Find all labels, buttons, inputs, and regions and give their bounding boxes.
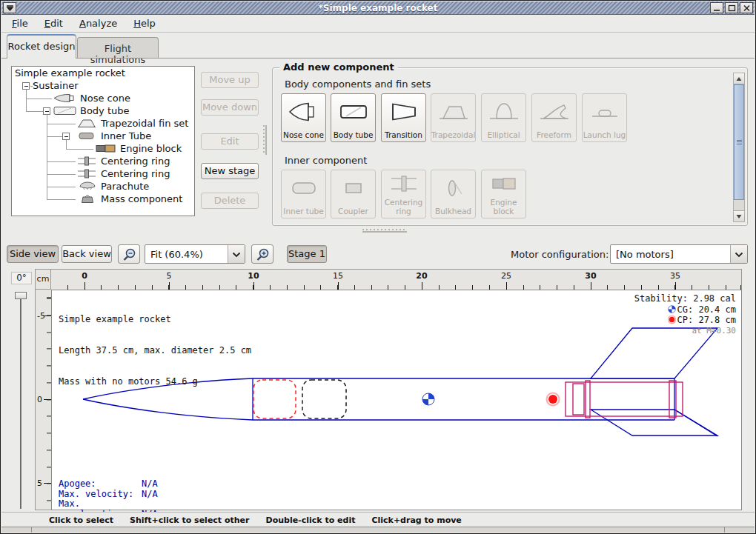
dropdown-arrow[interactable] [228,245,245,263]
zoom-in-button[interactable] [251,244,273,264]
back-view-button[interactable]: Back view [62,245,112,263]
window-title: *Simple example rocket [1,3,755,13]
body-tube-icon [53,106,77,118]
status-bar: Click to select Shift+click to select ot… [1,512,755,528]
apogee-value: N/A [142,478,158,489]
maximize-icon [727,4,737,13]
tree-row-nose-cone[interactable]: Nose cone [12,93,194,104]
centering-ring-icon [382,170,425,198]
rotation-slider-thumb[interactable] [15,292,27,299]
tree-label-nose-cone: Nose cone [80,93,130,104]
move-up-button[interactable]: Move up [201,72,259,88]
fin-bottom-outline[interactable] [591,410,717,436]
tree-label-sustainer: Sustainer [33,80,79,91]
zoom-level-select[interactable]: Fit (60.4%) [145,244,245,264]
rocket-info-text: Simple example rocket Length 37.5 cm, ma… [59,293,251,407]
add-trapezoidal-fin-button[interactable]: Trapezoidal [431,93,476,142]
tree-label-inner-tube: Inner Tube [101,130,151,141]
cp-value: CP: 27.8 cm [677,315,736,325]
mach-condition: at M=0.30 [634,326,736,337]
menu-file[interactable]: File [6,16,34,30]
menu-analyze[interactable]: Analyze [73,16,123,30]
minimize-button[interactable] [710,2,723,13]
tree-label-centering-ring: Centering ring [101,156,170,167]
collapse-expander-icon[interactable] [43,107,50,115]
dropdown-arrow[interactable] [730,245,747,263]
horizontal-splitter[interactable] [362,229,407,230]
cg-icon [668,305,676,313]
delete-button[interactable]: Delete [201,193,259,209]
component-tree[interactable]: Simple example rocket Sustainer Nose con… [11,66,195,216]
scrollbar-thumb[interactable] [734,84,744,200]
collapse-expander-icon[interactable] [22,82,30,90]
add-coupler-button[interactable]: Coupler [331,170,376,218]
centering-ring-icon [77,169,96,181]
stability-value: Stability: 2.98 cal [634,293,736,304]
tree-row-engine-block[interactable]: Engine block [12,143,194,155]
tree-row-trapezoidal-fin-set[interactable]: Trapezoidal fin set [12,118,194,130]
add-freeform-fin-button[interactable]: Freeform [531,93,577,142]
add-nose-cone-button[interactable]: Nose cone [281,93,326,142]
menu-bar: File Edit Analyze Help [1,15,755,33]
new-stage-button[interactable]: New stage [201,163,259,179]
window-resize-edge[interactable] [1,527,755,533]
maximize-button[interactable] [725,2,738,13]
zoom-level-value: Fit (60.4%) [150,249,203,260]
tree-row-mass-component[interactable]: Mass component [12,193,194,205]
add-bulkhead-button[interactable]: Bulkhead [431,170,476,218]
tree-row-body-tube[interactable]: Body tube [12,105,194,117]
tree-row-centering-ring-2[interactable]: Centering ring [12,168,194,180]
close-button[interactable] [740,2,753,13]
tree-row-inner-tube[interactable]: Inner Tube [12,130,194,142]
collapse-expander-icon[interactable] [62,133,70,140]
side-view-button[interactable]: Side view [7,245,59,263]
minimize-icon [712,4,722,13]
vertical-splitter[interactable] [263,125,265,155]
menu-help[interactable]: Help [127,16,162,30]
rotation-slider-track[interactable] [20,297,21,509]
tree-label-rocket: Simple example rocket [15,67,125,79]
cp-marker [547,393,560,406]
add-transition-button[interactable]: Transition [381,93,426,142]
cg-value: CG: 20.4 cm [677,304,736,315]
body-tube-outline[interactable] [253,378,674,420]
add-body-tube-button[interactable]: Body tube [331,93,376,142]
tab-rocket-design[interactable]: Rocket design [7,34,76,59]
inner-component-section-label: Inner component [285,155,367,166]
edit-button[interactable]: Edit [201,133,259,150]
tree-label-centering-ring: Centering ring [101,168,170,179]
tree-label-mass-component: Mass component [101,193,182,204]
mass-component-outline[interactable] [302,380,346,418]
parachute-outline[interactable] [253,380,296,418]
title-bar: *Simple example rocket [1,1,755,15]
close-icon [742,4,752,13]
tree-row-rocket[interactable]: Simple example rocket [12,67,194,79]
add-launch-lug-button[interactable]: Launch lug [582,93,627,142]
inner-tube-outline[interactable] [566,381,683,418]
add-centering-ring-button[interactable]: Centering ring [381,170,426,218]
stage-1-toggle-button[interactable]: Stage 1 [287,245,327,263]
component-panel-scrollbar[interactable] [733,73,745,222]
menu-edit[interactable]: Edit [39,16,69,30]
tree-row-parachute[interactable]: Parachute [12,181,194,193]
tree-row-centering-ring-1[interactable]: Centering ring [12,156,194,167]
chevron-down-icon [735,252,743,258]
motor-configuration-select[interactable]: [No motors] [610,244,748,264]
tab-flight-simulations[interactable]: Flight simulations [77,37,159,59]
stability-info: Stability: 2.98 cal CG: 20.4 cm CP: 27.8… [634,293,736,336]
cg-marker [422,393,434,405]
add-inner-tube-button[interactable]: Inner tube [281,170,326,218]
tree-label-trapezoidal-fin-set: Trapezoidal fin set [101,118,188,129]
scroll-down-arrow-icon[interactable] [734,210,744,221]
move-down-button[interactable]: Move down [201,99,259,116]
tab-bar: Rocket design Flight simulations [1,33,755,59]
add-elliptical-fin-button[interactable]: Elliptical [481,93,526,142]
scroll-up-arrow-icon[interactable] [734,73,744,84]
rocket-design-canvas[interactable]: Simple example rocket Length 37.5 cm, ma… [51,290,742,510]
body-components-section-label: Body components and fin sets [285,79,431,90]
trapezoidal-fin-icon [77,119,96,130]
tree-row-sustainer[interactable]: Sustainer [12,80,194,92]
zoom-out-button[interactable] [118,244,140,264]
engine-block-icon [96,144,116,156]
add-engine-block-button[interactable]: Engine block [481,170,526,218]
